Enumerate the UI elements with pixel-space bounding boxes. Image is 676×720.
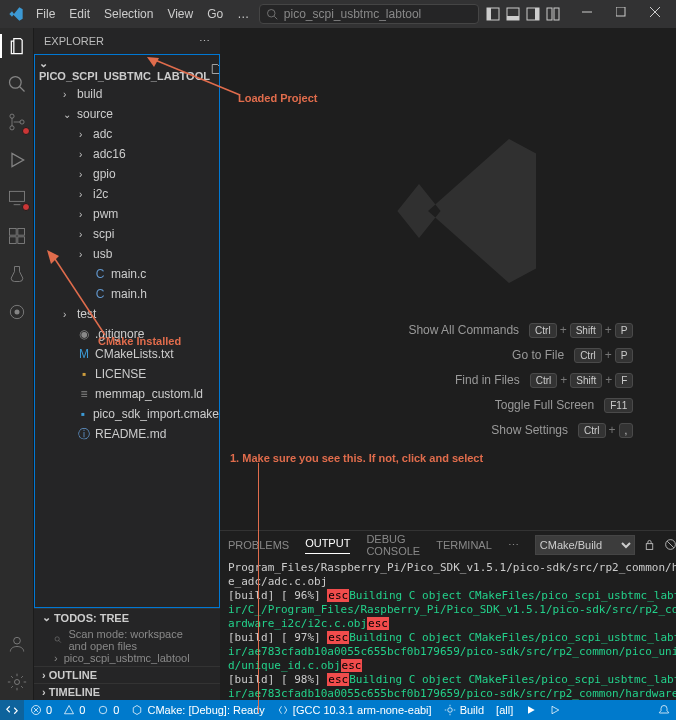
- svg-rect-8: [547, 8, 552, 20]
- status-debug-launch[interactable]: [519, 700, 543, 720]
- file-readme[interactable]: ⓘREADME.md: [45, 424, 219, 444]
- explorer-more-icon[interactable]: ⋯: [199, 35, 210, 48]
- folder-adc16[interactable]: ›adc16: [45, 144, 219, 164]
- arrow-loaded: [145, 55, 245, 100]
- explorer-header: EXPLORER ⋯: [34, 28, 220, 54]
- layout-secondary-icon[interactable]: [526, 7, 540, 21]
- svg-rect-9: [554, 8, 559, 20]
- file-memmap[interactable]: ≡memmap_custom.ld: [45, 384, 219, 404]
- show-settings: Show Settings: [491, 423, 568, 437]
- vscode-watermark-icon: [383, 121, 563, 301]
- search-icon: [266, 8, 278, 20]
- svg-rect-33: [646, 543, 653, 549]
- status-bell[interactable]: [652, 700, 676, 720]
- menubar: File Edit Selection View Go …: [30, 3, 255, 25]
- folder-gpio[interactable]: ›gpio: [45, 164, 219, 184]
- status-build[interactable]: Build: [438, 700, 490, 720]
- output-content[interactable]: Program_Files/Raspberry_Pi/Pico_SDK_v1.5…: [220, 559, 676, 700]
- menu-more[interactable]: …: [231, 3, 255, 25]
- folder-i2c[interactable]: ›i2c: [45, 184, 219, 204]
- lock-icon[interactable]: [643, 538, 656, 553]
- menu-selection[interactable]: Selection: [98, 3, 159, 25]
- file-license[interactable]: ▪LICENSE: [45, 364, 219, 384]
- status-cmake[interactable]: CMake: [Debug]: Ready: [125, 700, 270, 720]
- testing-icon[interactable]: [5, 262, 29, 286]
- activity-bar: [0, 28, 34, 700]
- svg-rect-3: [487, 8, 491, 20]
- tab-terminal[interactable]: TERMINAL: [436, 539, 492, 551]
- status-run[interactable]: [543, 700, 567, 720]
- todos-proj[interactable]: pico_scpi_usbtmc_labtool: [64, 652, 190, 664]
- minimize-button[interactable]: [574, 0, 604, 28]
- status-ports[interactable]: 0: [91, 700, 125, 720]
- explorer-title: EXPLORER: [44, 35, 104, 47]
- explorer-icon[interactable]: [0, 34, 34, 58]
- output-channel-select[interactable]: CMake/Build: [535, 535, 635, 555]
- svg-point-42: [447, 708, 452, 713]
- show-all-commands: Show All Commands: [408, 323, 519, 337]
- tab-output[interactable]: OUTPUT: [305, 537, 350, 554]
- svg-rect-19: [9, 191, 24, 201]
- search-icon[interactable]: [5, 72, 29, 96]
- welcome-screen: Show All CommandsCtrl+Shift+P Go to File…: [220, 28, 676, 530]
- window-controls: [486, 0, 672, 28]
- todos-title: TODOS: TREE: [54, 612, 129, 624]
- settings-gear-icon[interactable]: [5, 670, 29, 694]
- remote-indicator[interactable]: [0, 700, 24, 720]
- account-icon[interactable]: [5, 632, 29, 656]
- svg-point-14: [9, 77, 21, 89]
- vscode-logo-icon: [8, 6, 24, 22]
- status-bar: 0 0 0 CMake: [Debug]: Ready [GCC 10.3.1 …: [0, 700, 676, 720]
- remote-explorer-icon[interactable]: [5, 186, 29, 210]
- timeline-section[interactable]: › TIMELINE: [34, 683, 220, 700]
- source-control-icon[interactable]: [5, 110, 29, 134]
- svg-point-0: [267, 10, 275, 18]
- status-problems[interactable]: 0 0: [24, 700, 91, 720]
- layout-primary-icon[interactable]: [486, 7, 500, 21]
- tab-debug-console[interactable]: DEBUG CONSOLE: [366, 533, 420, 557]
- menu-go[interactable]: Go: [201, 3, 229, 25]
- panel-more[interactable]: ⋯: [508, 539, 519, 552]
- layout-customize-icon[interactable]: [546, 7, 560, 21]
- command-center[interactable]: pico_scpi_usbtmc_labtool: [259, 4, 479, 24]
- svg-marker-43: [147, 57, 159, 67]
- svg-line-1: [274, 16, 277, 19]
- pico-icon[interactable]: [5, 300, 29, 324]
- folder-adc[interactable]: ›adc: [45, 124, 219, 144]
- close-button[interactable]: [642, 0, 672, 28]
- folder-source[interactable]: ⌄source: [45, 104, 219, 124]
- svg-point-31: [55, 637, 59, 641]
- svg-point-18: [19, 120, 23, 124]
- run-debug-icon[interactable]: [5, 148, 29, 172]
- arrow-cmake: [45, 250, 115, 340]
- svg-rect-5: [507, 16, 519, 20]
- annotation-line: [258, 463, 259, 713]
- menu-view[interactable]: View: [161, 3, 199, 25]
- file-picosdk[interactable]: ▪pico_sdk_import.cmake: [45, 404, 219, 424]
- menu-file[interactable]: File: [30, 3, 61, 25]
- todos-scan: Scan mode: workspace and open files: [68, 628, 200, 652]
- folder-pwm[interactable]: ›pwm: [45, 204, 219, 224]
- menu-edit[interactable]: Edit: [63, 3, 96, 25]
- status-target[interactable]: [all]: [490, 700, 519, 720]
- folder-scpi[interactable]: ›scpi: [45, 224, 219, 244]
- maximize-button[interactable]: [608, 0, 638, 28]
- shortcuts: Show All CommandsCtrl+Shift+P Go to File…: [313, 323, 633, 438]
- layout-panel-icon[interactable]: [506, 7, 520, 21]
- svg-rect-11: [616, 7, 625, 16]
- panel-tabs: PROBLEMS OUTPUT DEBUG CONSOLE TERMINAL ⋯…: [220, 531, 676, 559]
- command-center-text: pico_scpi_usbtmc_labtool: [284, 7, 421, 21]
- status-gcc[interactable]: [GCC 10.3.1 arm-none-eabi]: [271, 700, 438, 720]
- svg-rect-23: [9, 237, 16, 244]
- file-cmakelists[interactable]: MCMakeLists.txt: [45, 344, 219, 364]
- editor: Show All CommandsCtrl+Shift+P Go to File…: [220, 28, 676, 700]
- clear-icon[interactable]: [664, 538, 676, 553]
- explorer-sidebar: EXPLORER ⋯ ⌄ PICO_SCPI_USBTMC_LABTOOL ›b…: [34, 28, 220, 700]
- todos-section[interactable]: ⌄ TODOS: TREE Scan mode: workspace and o…: [34, 608, 220, 666]
- svg-rect-22: [17, 229, 24, 236]
- svg-point-26: [14, 310, 19, 315]
- svg-line-32: [59, 641, 61, 643]
- extensions-icon[interactable]: [5, 224, 29, 248]
- outline-section[interactable]: › OUTLINE: [34, 666, 220, 683]
- svg-point-28: [14, 680, 19, 685]
